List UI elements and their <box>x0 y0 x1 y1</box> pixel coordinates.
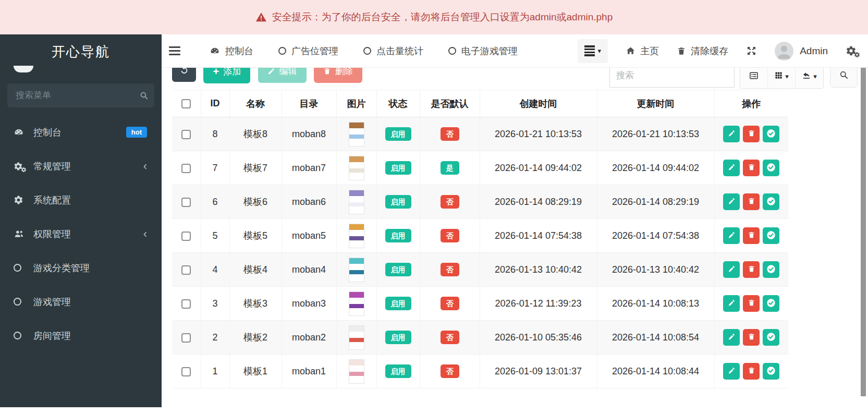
edit-button[interactable] <box>723 193 740 210</box>
cogs-icon <box>14 162 30 171</box>
sidebar-item-label: 房间管理 <box>33 330 71 342</box>
nav-tab-label: 广告位管理 <box>291 45 338 57</box>
detail-view-button[interactable] <box>740 68 768 88</box>
sidebar-item[interactable]: 控制台hot <box>0 115 162 149</box>
set-default-button[interactable] <box>763 261 779 278</box>
delete-button[interactable] <box>743 363 760 380</box>
status-badge: 启用 <box>385 195 411 209</box>
header-checkbox-cell <box>172 90 201 117</box>
template-dir: moban8 <box>282 117 336 151</box>
edit-button[interactable] <box>723 160 740 176</box>
template-name: 模板4 <box>229 253 282 287</box>
sidebar-item[interactable]: 权限管理‹ <box>0 217 162 251</box>
row-checkbox[interactable] <box>181 299 191 309</box>
set-default-button[interactable] <box>763 363 779 380</box>
status-badge: 启用 <box>385 263 411 276</box>
export-button[interactable]: ▾ <box>796 68 823 88</box>
created-time: 2026-01-21 10:13:53 <box>480 117 597 151</box>
row-checkbox[interactable] <box>181 232 191 241</box>
add-button[interactable]: + 添加 <box>203 68 250 83</box>
circle-icon <box>448 47 456 55</box>
list-alt-icon <box>749 70 759 82</box>
created-time: 2026-01-14 09:44:02 <box>480 151 597 185</box>
sidebar-item[interactable]: 房间管理 <box>0 319 162 352</box>
nav-tab[interactable]: 点击量统计 <box>363 45 423 57</box>
set-default-button[interactable] <box>763 193 779 210</box>
sidebar: 开心导航 控制台hot常规管理‹系统配置权限管理‹游戏分类管理游戏管理房间管理 <box>0 34 162 407</box>
set-default-button[interactable] <box>763 160 779 176</box>
sidebar-item[interactable]: 游戏分类管理 <box>0 251 162 285</box>
row-checkbox[interactable] <box>181 333 191 343</box>
refresh-button[interactable] <box>172 68 196 82</box>
delete-button[interactable] <box>743 329 760 346</box>
sidebar-item[interactable]: 常规管理‹ <box>0 149 162 183</box>
delete-button[interactable] <box>743 295 760 312</box>
settings-gears-icon[interactable] <box>846 45 857 56</box>
nav-tab[interactable]: 广告位管理 <box>278 45 338 57</box>
nav-tab[interactable]: 电子游戏管理 <box>448 45 518 57</box>
edit-button[interactable] <box>723 126 740 142</box>
user-menu[interactable]: Admin <box>775 42 828 60</box>
scrollbar[interactable] <box>861 68 866 396</box>
row-checkbox[interactable] <box>181 130 191 139</box>
pencil-icon <box>728 231 736 240</box>
row-checkbox[interactable] <box>181 198 191 207</box>
clear-cache-link[interactable]: 清除缓存 <box>677 45 728 57</box>
chevron-left-icon: ‹ <box>143 228 147 240</box>
search-button[interactable] <box>830 68 858 88</box>
menu-search-input[interactable] <box>7 90 139 101</box>
plus-icon: + <box>213 68 219 77</box>
circle-icon <box>14 264 30 272</box>
nav-tab[interactable]: 控制台 <box>210 45 253 57</box>
status-badge: 启用 <box>385 229 411 242</box>
fullscreen-icon[interactable] <box>746 45 757 56</box>
status-badge: 启用 <box>385 364 411 378</box>
trash-icon <box>748 231 755 240</box>
edit-button[interactable] <box>723 329 740 346</box>
column-header: 图片 <box>336 90 376 117</box>
delete-button[interactable] <box>743 126 760 142</box>
check-circle-icon <box>766 162 776 174</box>
template-dir: moban7 <box>282 151 336 185</box>
sidebar-item-label: 游戏管理 <box>33 296 71 308</box>
edit-button[interactable] <box>723 363 740 380</box>
sidebar-item[interactable]: 游戏管理 <box>0 285 162 319</box>
navbar-right: ▾ 主页 清除缓存 Admin <box>578 39 868 63</box>
table-search-input[interactable] <box>609 68 735 88</box>
delete-button[interactable] <box>743 261 760 278</box>
sidebar-item[interactable]: 系统配置 <box>0 183 162 217</box>
check-circle-icon <box>766 128 776 140</box>
edit-button[interactable] <box>723 227 740 244</box>
home-link[interactable]: 主页 <box>626 45 659 57</box>
edit-button[interactable] <box>723 295 740 312</box>
row-checkbox[interactable] <box>181 164 191 173</box>
delete-button[interactable] <box>743 227 760 244</box>
set-default-button[interactable] <box>763 227 779 244</box>
set-default-button[interactable] <box>763 295 779 312</box>
delete-button[interactable] <box>743 160 760 176</box>
columns-button[interactable]: ▾ <box>768 68 796 88</box>
select-all-checkbox[interactable] <box>181 99 191 108</box>
nav-list-dropdown-button[interactable]: ▾ <box>578 39 608 63</box>
set-default-button[interactable] <box>763 329 779 346</box>
row-checkbox[interactable] <box>181 367 191 376</box>
hamburger-menu-icon[interactable] <box>169 46 180 55</box>
delete-toolbar-button[interactable]: 删除 <box>314 68 362 83</box>
edit-toolbar-button[interactable]: 编辑 <box>258 68 307 83</box>
updated-time: 2026-01-14 08:29:19 <box>597 185 714 219</box>
delete-label: 删除 <box>335 68 353 77</box>
table-body: 8模板8moban8启用否2026-01-21 10:13:532026-01-… <box>172 117 788 388</box>
status-badge: 启用 <box>385 127 411 141</box>
row-checkbox[interactable] <box>181 265 191 275</box>
column-header: 状态 <box>376 90 420 117</box>
created-time: 2026-01-09 13:01:37 <box>480 355 597 388</box>
template-dir: moban1 <box>282 355 336 388</box>
trash-icon <box>748 367 755 376</box>
sidebar-search-box <box>7 83 154 107</box>
default-badge: 否 <box>441 364 459 378</box>
column-header: 目录 <box>282 90 336 117</box>
delete-button[interactable] <box>743 193 760 210</box>
edit-button[interactable] <box>723 261 740 278</box>
template-id: 1 <box>201 355 229 388</box>
set-default-button[interactable] <box>763 126 779 142</box>
